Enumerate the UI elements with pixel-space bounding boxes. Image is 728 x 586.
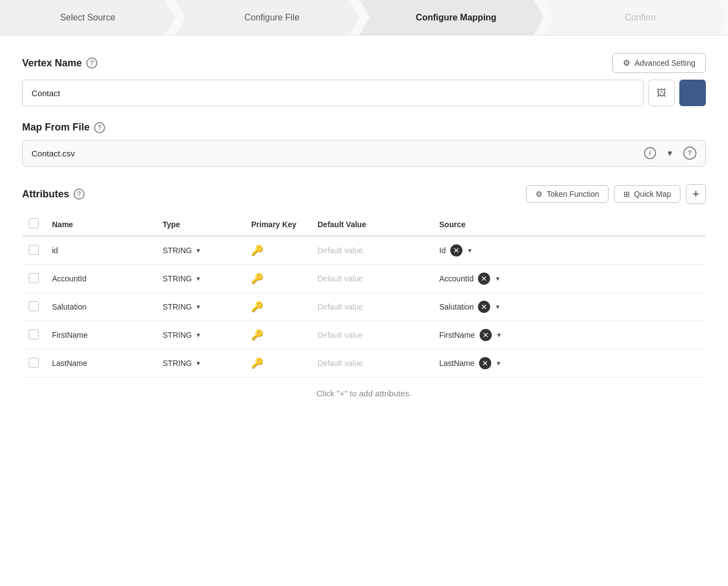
vertex-input-row: 🖼	[22, 80, 706, 106]
type-dropdown[interactable]: STRING ▼	[163, 359, 238, 368]
attributes-title: Attributes ?	[22, 189, 85, 200]
table-row: AccountIdSTRING ▼🔑Default value AccountI…	[22, 265, 706, 293]
main-content: Vertex Name ? ⚙ Advanced Setting 🖼 Map F…	[0, 35, 728, 422]
key-icon[interactable]: 🔑	[251, 245, 263, 256]
row-primary-key[interactable]: 🔑	[245, 321, 311, 349]
key-icon[interactable]: 🔑	[251, 329, 263, 341]
default-value-placeholder: Default value	[318, 246, 363, 255]
table-row: LastNameSTRING ▼🔑Default value LastName …	[22, 349, 706, 378]
remove-source-button[interactable]: ✕	[478, 273, 490, 285]
remove-source-button[interactable]: ✕	[479, 357, 491, 369]
row-checkbox[interactable]	[29, 273, 39, 283]
file-info-button[interactable]: i	[641, 144, 659, 162]
map-from-file-help-icon[interactable]: ?	[94, 122, 105, 133]
file-select-row: Contact.csv i ▼ ?	[22, 140, 706, 166]
row-source: FirstName ✕ ▼	[433, 321, 706, 349]
step-confirm-label: Confirm	[625, 13, 656, 23]
source-value: AccountId	[439, 274, 474, 283]
row-type[interactable]: STRING ▼	[156, 236, 245, 265]
row-primary-key[interactable]: 🔑	[245, 349, 311, 378]
file-dropdown-button[interactable]: ▼	[661, 144, 679, 162]
vertex-name-section-header: Vertex Name ? ⚙ Advanced Setting	[22, 53, 706, 73]
row-type[interactable]: STRING ▼	[156, 321, 245, 349]
row-default-value[interactable]: Default value	[311, 265, 433, 293]
row-type[interactable]: STRING ▼	[156, 265, 245, 293]
type-dropdown[interactable]: STRING ▼	[163, 331, 238, 339]
row-primary-key[interactable]: 🔑	[245, 236, 311, 265]
select-all-checkbox[interactable]	[29, 218, 39, 228]
stepper: Select Source Configure File Configure M…	[0, 0, 728, 35]
type-label: STRING	[163, 331, 192, 339]
source-value: Salutation	[439, 302, 474, 311]
row-default-value[interactable]: Default value	[311, 293, 433, 321]
step-configure-mapping-label: Configure Mapping	[416, 13, 497, 23]
step-configure-file[interactable]: Configure File	[175, 0, 360, 35]
row-primary-key[interactable]: 🔑	[245, 293, 311, 321]
row-checkbox[interactable]	[29, 301, 39, 311]
key-icon[interactable]: 🔑	[251, 273, 263, 284]
row-primary-key[interactable]: 🔑	[245, 265, 311, 293]
type-dropdown[interactable]: STRING ▼	[163, 274, 238, 283]
quick-map-button[interactable]: ⊞ Quick Map	[614, 185, 680, 203]
gear-icon-token: ⚙	[535, 190, 543, 198]
step-configure-mapping[interactable]: Configure Mapping	[360, 0, 544, 35]
key-icon[interactable]: 🔑	[251, 301, 263, 312]
advanced-setting-label: Advanced Setting	[635, 59, 695, 67]
attributes-section-header: Attributes ? ⚙ Token Function ⊞ Quick Ma…	[22, 184, 706, 204]
quick-map-label: Quick Map	[634, 190, 671, 198]
row-checkbox[interactable]	[29, 329, 39, 339]
source-chevron-icon[interactable]: ▼	[496, 332, 502, 338]
attributes-help-icon[interactable]: ?	[74, 189, 85, 200]
advanced-setting-button[interactable]: ⚙ Advanced Setting	[612, 53, 706, 73]
map-from-file-title: Map From File ?	[22, 122, 105, 133]
type-chevron-icon: ▼	[195, 275, 201, 282]
source-cell: Id ✕ ▼	[439, 244, 699, 257]
source-chevron-icon[interactable]: ▼	[495, 275, 501, 282]
type-dropdown[interactable]: STRING ▼	[163, 246, 238, 255]
source-chevron-icon[interactable]: ▼	[467, 247, 473, 254]
source-chevron-icon[interactable]: ▼	[496, 360, 502, 367]
type-dropdown[interactable]: STRING ▼	[163, 302, 238, 311]
source-value: FirstName	[439, 331, 475, 339]
type-chevron-icon: ▼	[195, 332, 201, 338]
attributes-table-header: Name Type Primary Key Default Value Sour…	[22, 213, 706, 236]
vertex-name-title: Vertex Name ?	[22, 57, 97, 69]
col-header-check	[22, 213, 45, 236]
source-chevron-icon[interactable]: ▼	[495, 304, 501, 310]
remove-source-button[interactable]: ✕	[450, 244, 462, 257]
row-default-value[interactable]: Default value	[311, 236, 433, 265]
add-attribute-button[interactable]: +	[686, 184, 706, 204]
row-source: Id ✕ ▼	[433, 236, 706, 265]
type-label: STRING	[163, 302, 192, 311]
type-chevron-icon: ▼	[195, 247, 201, 254]
step-select-source[interactable]: Select Source	[0, 0, 175, 35]
type-label: STRING	[163, 246, 192, 255]
file-select-actions: i ▼	[641, 144, 679, 162]
step-confirm[interactable]: Confirm	[544, 0, 728, 35]
row-checkbox[interactable]	[29, 245, 39, 255]
remove-source-button[interactable]: ✕	[480, 329, 492, 341]
row-default-value[interactable]: Default value	[311, 349, 433, 378]
row-source: AccountId ✕ ▼	[433, 265, 706, 293]
row-default-value[interactable]: Default value	[311, 321, 433, 349]
row-source: Salutation ✕ ▼	[433, 293, 706, 321]
row-type[interactable]: STRING ▼	[156, 293, 245, 321]
gallery-button[interactable]: 🖼	[648, 80, 675, 106]
token-function-label: Token Function	[547, 190, 599, 198]
source-cell: LastName ✕ ▼	[439, 357, 699, 369]
col-header-type: Type	[156, 213, 245, 236]
vertex-name-input[interactable]	[22, 80, 644, 106]
key-icon[interactable]: 🔑	[251, 358, 263, 369]
row-checkbox[interactable]	[29, 358, 39, 368]
color-swatch-button[interactable]	[679, 80, 706, 106]
remove-source-button[interactable]: ✕	[478, 301, 490, 313]
table-row: FirstNameSTRING ▼🔑Default value FirstNam…	[22, 321, 706, 349]
type-label: STRING	[163, 359, 192, 368]
token-function-button[interactable]: ⚙ Token Function	[526, 185, 609, 203]
row-source: LastName ✕ ▼	[433, 349, 706, 378]
vertex-name-help-icon[interactable]: ?	[86, 57, 97, 69]
row-type[interactable]: STRING ▼	[156, 349, 245, 378]
vertex-name-label: Vertex Name	[22, 57, 82, 69]
file-help-icon[interactable]: ?	[683, 146, 696, 160]
info-icon: i	[644, 147, 656, 159]
